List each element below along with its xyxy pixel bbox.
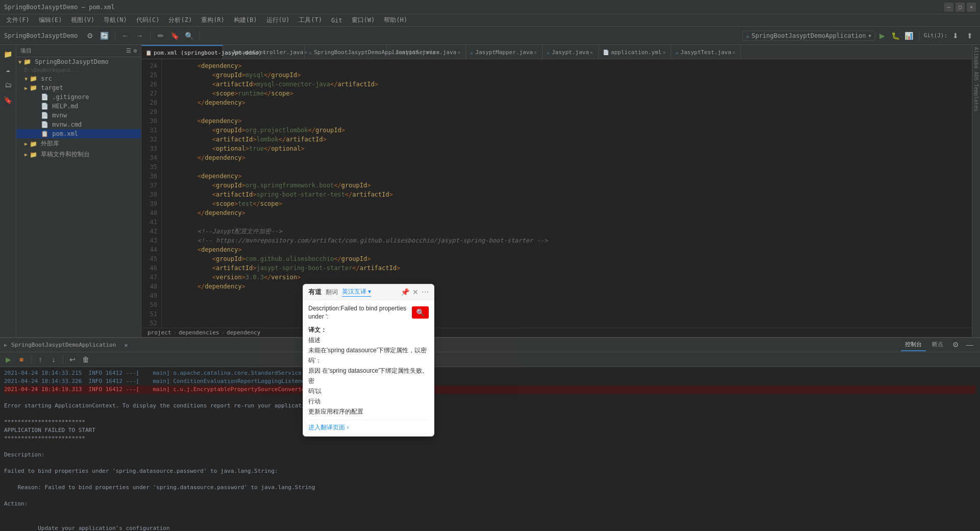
run-scroll-down[interactable]: ↓: [47, 353, 60, 366]
run-line-13: [4, 475, 976, 484]
menu-window[interactable]: 窗口(W): [348, 15, 379, 26]
code-editor[interactable]: <dependency> <groupId>mysql</groupId> <a…: [162, 59, 972, 328]
sidebar-icon-bookmark[interactable]: 🔖: [1, 93, 15, 107]
trans-tab-enzh[interactable]: 英汉互译 ▾: [342, 287, 371, 297]
close-button[interactable]: ✕: [967, 3, 976, 12]
run-line-8: ************************: [4, 435, 976, 443]
menu-git[interactable]: Git: [327, 16, 347, 25]
menu-code[interactable]: 代码(C): [132, 15, 164, 26]
action-box: Update your application's configuration: [38, 525, 169, 531]
tree-item-project[interactable]: ▼ 📁 SpringBootJasyptDemo: [16, 57, 141, 66]
tree-item-target[interactable]: ▶ 📁 target: [16, 83, 141, 92]
toolbar-bookmark-btn[interactable]: 🔖: [169, 30, 181, 42]
tree-item-pomxml[interactable]: 📋 pom.xml: [16, 129, 141, 138]
content-area: 📁 ☁ 🗂 🔖 项目 ☰ ⚙ ▼ 📁 SpringBo: [0, 45, 980, 531]
menu-tools[interactable]: 工具(T): [295, 15, 326, 26]
minimize-button[interactable]: —: [944, 3, 953, 12]
run-tab-console[interactable]: 控制台: [901, 339, 926, 351]
breadcrumb-dependency[interactable]: dependency: [227, 329, 260, 336]
breadcrumb-project[interactable]: project: [148, 329, 171, 336]
run-clear-btn[interactable]: 🗑: [80, 353, 92, 366]
tree-item-mvnwcmd[interactable]: 📄 mvnw.cmd: [16, 120, 141, 129]
tree-header-btn-2[interactable]: ⚙: [133, 47, 137, 54]
tab-close-jasypt[interactable]: ✕: [589, 49, 594, 56]
tree-label-project: SpringBootJasyptDemo: [35, 58, 109, 65]
tree-item-src[interactable]: ▼ 📁 src: [16, 74, 141, 83]
run-panel-collapse[interactable]: —: [964, 339, 976, 351]
trans-link-text: 进入翻译页面 ›: [308, 423, 349, 432]
menu-view[interactable]: 视图(V): [67, 15, 99, 26]
tab-close-mapper[interactable]: ✕: [533, 49, 538, 56]
menu-file[interactable]: 文件(F): [2, 15, 34, 26]
toolbar-settings-btn[interactable]: ⚙: [84, 30, 96, 42]
tab-jasypt-mapper[interactable]: ☕ JasyptMapper.java ✕: [466, 45, 543, 59]
sidebar-right: Alibaba AOS Templates: [972, 45, 980, 337]
menu-analyze[interactable]: 分析(Z): [164, 15, 196, 26]
menu-refactor[interactable]: 重构(R): [197, 15, 229, 26]
git-update-btn[interactable]: ⬇: [949, 30, 962, 42]
tree-item-helpmd[interactable]: 📄 HELP.md: [16, 102, 141, 111]
breadcrumb: project › dependencies › dependency: [141, 328, 972, 337]
editor-area: 📋 pom.xml (springboot-jasypt-demo) ✕ ☕ J…: [141, 45, 972, 337]
toolbar-edit-btn[interactable]: ✏: [155, 30, 167, 42]
tab-jasypt-service[interactable]: ☕ JasyptService.java ✕: [386, 45, 466, 59]
breadcrumb-dependencies[interactable]: dependencies: [179, 329, 219, 336]
run-line-16: Action:: [4, 500, 976, 508]
git-push-btn[interactable]: ⬆: [964, 30, 976, 42]
sidebar-right-label[interactable]: Alibaba AOS Templates: [972, 45, 980, 113]
run-button[interactable]: ▶: [876, 30, 889, 42]
run-app-name: SpringBootJasyptDemoApplication: [11, 342, 116, 348]
translation-link[interactable]: 进入翻译页面 ›: [308, 420, 429, 432]
run-wrap-btn[interactable]: ↩: [66, 353, 79, 366]
trans-more-btn[interactable]: ⋯: [422, 288, 429, 296]
trans-close-btn[interactable]: ✕: [412, 288, 419, 296]
tab-application-yml[interactable]: 📄 application.yml ✕: [599, 45, 671, 59]
toolbar-back-btn[interactable]: ←: [119, 30, 132, 42]
run-scroll-up[interactable]: ↑: [34, 353, 46, 366]
tab-jasypt[interactable]: ☕ Jasypt.java ✕: [543, 45, 599, 59]
tab-jasypt-test[interactable]: ☕ JasyptTest.java ✕: [671, 45, 741, 59]
sidebar-icon-structure[interactable]: 🗂: [1, 78, 15, 92]
line-numbers: 2425262728 2930313233 3435363738 3940414…: [141, 59, 162, 328]
translation-search-button[interactable]: 🔍: [412, 306, 429, 319]
tree-item-external-libs[interactable]: ▶ 📁 外部库: [16, 138, 141, 149]
trans-result-label: 译文：: [308, 325, 429, 335]
tree-item-scratches[interactable]: ▶ 📁 草稿文件和控制台: [16, 149, 141, 160]
tab-jasypt-controller[interactable]: ☕ JasyptController.java ✕: [223, 45, 305, 59]
tree-item-mvnw[interactable]: 📄 mvnw: [16, 111, 141, 120]
debug-button[interactable]: 🐛: [890, 30, 902, 42]
menu-run[interactable]: 运行(U): [262, 15, 294, 26]
coverage-button[interactable]: 📊: [903, 30, 915, 42]
tab-close-service[interactable]: ✕: [456, 49, 461, 56]
trans-pin-btn[interactable]: 📌: [401, 288, 409, 296]
run-line-6: ************************: [4, 418, 976, 426]
sidebar-icon-project[interactable]: 📁: [1, 47, 15, 61]
toolbar-search-btn[interactable]: 🔍: [183, 30, 195, 42]
maximize-button[interactable]: □: [955, 3, 965, 12]
tab-close-yml[interactable]: ✕: [662, 49, 667, 56]
menu-navigate[interactable]: 导航(N): [100, 15, 131, 26]
toolbar: SpringBootJasyptDemo ⚙ 🔄 ← → ✏ 🔖 🔍 ☕ Spr…: [0, 27, 980, 45]
toolbar-sync-btn[interactable]: 🔄: [99, 30, 111, 42]
run-config-dropdown[interactable]: ☕ SpringBootJasyptDemoApplication ▾: [742, 31, 875, 41]
menu-help[interactable]: 帮助(H): [380, 15, 411, 26]
run-close-x[interactable]: ✕: [124, 342, 128, 349]
run-stop-btn[interactable]: ■: [15, 353, 28, 366]
run-tab-breakpoints[interactable]: 断点: [928, 339, 947, 351]
trans-tab-word[interactable]: 翻词: [326, 288, 338, 297]
tab-springboot-app[interactable]: ☕ SpringBootJasyptDemoApplication.java ✕: [305, 45, 386, 59]
editor-content[interactable]: 2425262728 2930313233 3435363738 3940414…: [141, 59, 972, 328]
menu-build[interactable]: 构建(B): [230, 15, 261, 26]
menu-edit[interactable]: 编辑(E): [35, 15, 66, 26]
run-restart-btn[interactable]: ▶: [2, 353, 14, 366]
trans-result-line2: 码'：: [308, 355, 429, 366]
sidebar-icon-cloud[interactable]: ☁: [1, 62, 15, 77]
tab-close-test[interactable]: ✕: [731, 49, 737, 56]
tree-header-btn-1[interactable]: ☰: [126, 47, 131, 54]
run-panel-settings[interactable]: ⚙: [949, 339, 962, 351]
toolbar-forward-btn[interactable]: →: [134, 30, 146, 42]
window-controls: — □ ✕: [944, 3, 976, 12]
translation-body: Description:Failed to bind properties un…: [303, 300, 434, 436]
tree-item-gitignore[interactable]: 📄 .gitignore: [16, 92, 141, 102]
tab-pom-xml[interactable]: 📋 pom.xml (springboot-jasypt-demo) ✕: [141, 45, 223, 59]
